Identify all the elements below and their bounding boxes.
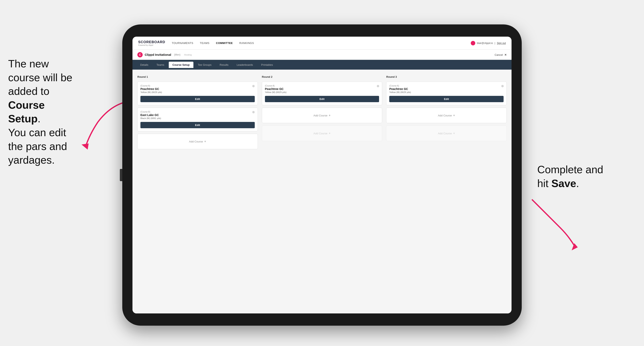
round-1-column: Round 1 ⊗ (Course A) Peachtree GC Yellow… xyxy=(137,75,258,149)
nav-right: blair@clippd.io | Sign out xyxy=(471,41,506,45)
round1-course-a-delete-button[interactable]: ⊗ xyxy=(252,84,256,88)
round-1-label: Round 1 xyxy=(137,75,258,78)
tournament-gender: (Men) xyxy=(174,53,180,56)
cancel-button[interactable]: Cancel ✕ xyxy=(494,53,507,56)
svg-marker-1 xyxy=(572,243,578,250)
round2-add-course-disabled: Add Course + xyxy=(262,126,382,141)
round3-add-course-button[interactable]: Add Course + xyxy=(386,108,507,123)
round2-course-a-details: Yellow (M) (6629 yds) xyxy=(265,91,379,93)
tab-teams[interactable]: Teams xyxy=(153,62,168,68)
round3-add-course-plus-icon: + xyxy=(453,114,455,117)
svg-marker-0 xyxy=(82,144,89,150)
logo-subtitle: Powered by clippd xyxy=(138,44,165,46)
round1-course-a-details: Yellow (M) (6629 yds) xyxy=(140,91,255,93)
nav-links: TOURNAMENTS TEAMS COMMITTEE RANKINGS xyxy=(172,41,471,45)
round3-add-course-disabled-label: Add Course xyxy=(438,132,452,135)
round2-course-a-card: ⊗ (Course A) Peachtree GC Yellow (M) (66… xyxy=(262,82,382,105)
round3-add-course-disabled: Add Course + xyxy=(386,126,507,141)
round2-add-course-button[interactable]: Add Course + xyxy=(262,108,382,123)
arrow-left-icon xyxy=(73,98,130,151)
round1-course-b-card: ⊗ (Course B) East Lake GC Black (M) (689… xyxy=(137,108,258,131)
round3-course-a-label: (Course A) xyxy=(389,85,504,87)
round1-course-b-name: East Lake GC xyxy=(140,113,255,117)
tablet-screen: SCOREBOARD Powered by clippd TOURNAMENTS… xyxy=(132,37,512,314)
user-email: blair@clippd.io xyxy=(477,42,493,45)
round1-add-course-plus-icon: + xyxy=(204,140,206,143)
rounds-container: Round 1 ⊗ (Course A) Peachtree GC Yellow… xyxy=(137,75,507,149)
round2-add-course-label: Add Course xyxy=(314,114,328,117)
tab-details[interactable]: Details xyxy=(136,62,152,68)
round-3-column: Round 3 ⊗ (Course A) Peachtree GC Yellow… xyxy=(386,75,507,149)
scoreboard-logo: SCOREBOARD Powered by clippd xyxy=(138,40,165,46)
round1-course-b-details: Black (M) (6891 yds) xyxy=(140,117,255,120)
tab-results[interactable]: Results xyxy=(216,62,232,68)
nav-rankings[interactable]: RANKINGS xyxy=(239,41,254,45)
round-3-label: Round 3 xyxy=(386,75,507,78)
round3-course-a-details: Yellow (M) (6629 yds) xyxy=(389,91,504,93)
round2-add-course-plus-icon: + xyxy=(329,114,330,117)
nav-teams[interactable]: TEAMS xyxy=(200,41,209,45)
top-navigation: SCOREBOARD Powered by clippd TOURNAMENTS… xyxy=(132,37,512,50)
round3-course-a-delete-button[interactable]: ⊗ xyxy=(500,84,504,88)
tab-bar: Details Teams Course Setup Tee Groups Re… xyxy=(132,60,512,70)
nav-separator: | xyxy=(494,42,495,45)
round1-course-b-label: (Course B) xyxy=(140,111,255,113)
nav-committee[interactable]: COMMITTEE xyxy=(216,41,233,45)
round3-course-a-edit-button[interactable]: Edit xyxy=(389,96,504,102)
round3-course-a-card: ⊗ (Course A) Peachtree GC Yellow (M) (66… xyxy=(386,82,507,105)
round2-course-a-label: (Course A) xyxy=(265,85,379,87)
nav-tournaments[interactable]: TOURNAMENTS xyxy=(172,41,194,45)
tab-leaderboards[interactable]: Leaderboards xyxy=(233,62,256,68)
logo-title: SCOREBOARD xyxy=(138,40,165,44)
round1-add-course-label: Add Course xyxy=(189,140,203,143)
tournament-name-section: C Clippd Invitational (Men) Hosting xyxy=(137,52,192,57)
tournament-title: Clippd Invitational xyxy=(145,53,171,56)
tournament-hosting: Hosting xyxy=(184,53,192,56)
round1-add-course-button[interactable]: Add Course + xyxy=(137,134,258,149)
tab-course-setup[interactable]: Course Setup xyxy=(169,62,194,68)
tablet-device: SCOREBOARD Powered by clippd TOURNAMENTS… xyxy=(122,24,522,326)
cancel-icon: ✕ xyxy=(504,53,507,56)
user-avatar xyxy=(471,41,475,45)
round3-add-course-disabled-plus-icon: + xyxy=(453,132,455,135)
round1-course-a-label: (Course A) xyxy=(140,85,255,87)
round2-course-a-name: Peachtree GC xyxy=(265,87,379,91)
tournament-bar: C Clippd Invitational (Men) Hosting Canc… xyxy=(132,50,512,60)
annotation-right: Complete and hit Save. xyxy=(537,163,603,190)
tab-printables[interactable]: Printables xyxy=(258,62,276,68)
round3-add-course-label: Add Course xyxy=(438,114,452,117)
round1-course-a-name: Peachtree GC xyxy=(140,87,255,91)
annotation-save-bold: Save xyxy=(552,177,576,189)
round1-course-b-delete-button[interactable]: ⊗ xyxy=(252,110,256,114)
round1-course-a-card: ⊗ (Course A) Peachtree GC Yellow (M) (66… xyxy=(137,82,258,105)
tournament-logo: C xyxy=(137,52,143,57)
tab-tee-groups[interactable]: Tee Groups xyxy=(194,62,215,68)
annotation-left: The new course will be added to Course S… xyxy=(8,57,78,167)
round-2-column: Round 2 ⊗ (Course A) Peachtree GC Yellow… xyxy=(262,75,382,149)
tablet-side-button xyxy=(120,169,122,181)
arrow-right-icon xyxy=(520,195,585,252)
annotation-course-setup-bold: Course Setup xyxy=(8,99,45,125)
sign-out-link[interactable]: Sign out xyxy=(497,42,506,45)
round2-course-a-edit-button[interactable]: Edit xyxy=(265,96,379,102)
main-content: Round 1 ⊗ (Course A) Peachtree GC Yellow… xyxy=(132,70,512,314)
cancel-section: Cancel ✕ xyxy=(494,53,507,57)
round2-add-course-disabled-label: Add Course xyxy=(314,132,328,135)
round-2-label: Round 2 xyxy=(262,75,382,78)
round2-add-course-disabled-plus-icon: + xyxy=(329,132,330,135)
round1-course-b-edit-button[interactable]: Edit xyxy=(140,122,255,128)
round3-course-a-name: Peachtree GC xyxy=(389,87,504,91)
round2-course-a-delete-button[interactable]: ⊗ xyxy=(376,84,380,88)
round1-course-a-edit-button[interactable]: Edit xyxy=(140,96,255,102)
